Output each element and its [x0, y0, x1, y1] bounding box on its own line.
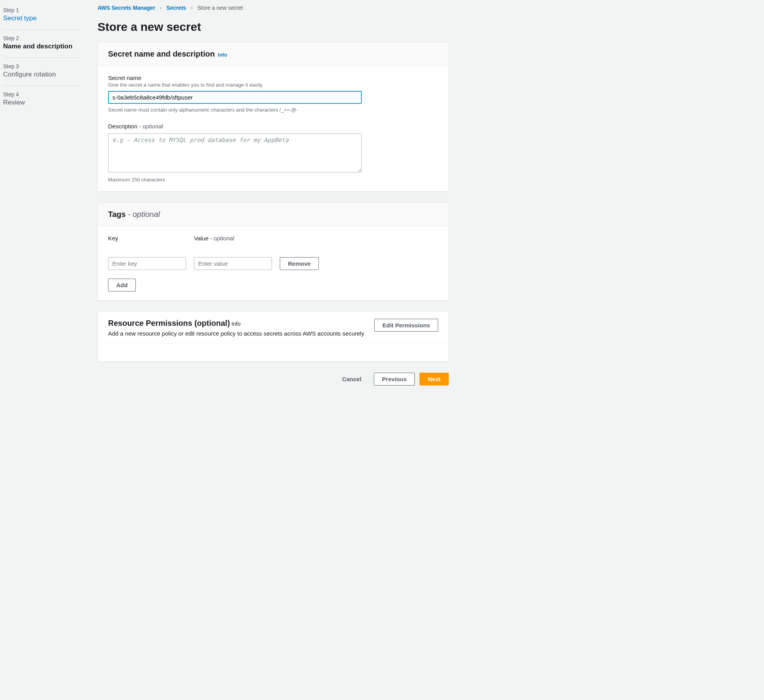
- tag-value-label: Value - optional: [194, 235, 272, 242]
- breadcrumb-root-link[interactable]: AWS Secrets Manager: [98, 5, 155, 11]
- step-title: Configure rotation: [3, 70, 80, 79]
- step-title: Name and description: [3, 42, 80, 51]
- breadcrumb-secrets-link[interactable]: Secrets: [167, 5, 187, 11]
- step-configure-rotation[interactable]: Step 3 Configure rotation: [3, 62, 80, 86]
- breadcrumb: AWS Secrets Manager › Secrets › Store a …: [98, 5, 449, 11]
- remove-tag-button[interactable]: Remove: [280, 257, 319, 270]
- chevron-right-icon: ›: [191, 5, 193, 11]
- panel-name-description: Secret name and description Info Secret …: [98, 42, 449, 192]
- add-tag-button[interactable]: Add: [108, 279, 136, 291]
- info-link[interactable]: Info: [218, 52, 227, 58]
- previous-button[interactable]: Previous: [374, 373, 415, 386]
- step-label: Step 4: [3, 91, 80, 98]
- secret-name-constraint: Secret name must contain only alphanumer…: [108, 107, 438, 113]
- next-button[interactable]: Next: [419, 373, 449, 386]
- cancel-button[interactable]: Cancel: [334, 373, 369, 385]
- secret-name-help: Give the secret a name that enables you …: [108, 82, 438, 88]
- panel-resource-permissions: Resource Permissions (optional) Info Add…: [98, 311, 449, 362]
- tag-key-label: Key: [108, 235, 186, 242]
- panel-title: Secret name and description: [108, 50, 215, 58]
- step-title: Secret type: [3, 14, 80, 23]
- info-link[interactable]: Info: [231, 321, 240, 327]
- permissions-body: [98, 344, 448, 361]
- main-content: AWS Secrets Manager › Secrets › Store a …: [86, 0, 460, 700]
- breadcrumb-current: Store a new secret: [197, 5, 243, 11]
- wizard-footer: Cancel Previous Next: [98, 373, 449, 386]
- step-label: Step 3: [3, 63, 80, 69]
- step-label: Step 1: [3, 7, 80, 13]
- description-textarea[interactable]: [108, 133, 362, 172]
- panel-title: Tags - optional: [108, 210, 160, 219]
- field-secret-name: Secret name Give the secret a name that …: [108, 75, 438, 113]
- permissions-subtext: Add a new resource policy or edit resour…: [108, 330, 366, 337]
- secret-name-input[interactable]: [108, 91, 362, 104]
- step-title: Review: [3, 98, 80, 107]
- edit-permissions-button[interactable]: Edit Permissions: [374, 319, 438, 332]
- tag-value-input[interactable]: [194, 257, 272, 270]
- chevron-right-icon: ›: [160, 5, 162, 11]
- page-title: Store a new secret: [98, 20, 449, 34]
- secret-name-label: Secret name: [108, 75, 438, 81]
- tag-key-input[interactable]: [108, 257, 186, 270]
- step-name-description[interactable]: Step 2 Name and description: [3, 34, 80, 58]
- panel-title: Resource Permissions (optional): [108, 319, 230, 327]
- step-review[interactable]: Step 4 Review: [3, 90, 80, 114]
- field-description: Description - optional Maximum 250 chara…: [108, 123, 438, 183]
- step-secret-type[interactable]: Step 1 Secret type: [3, 5, 80, 30]
- step-label: Step 2: [3, 35, 80, 41]
- wizard-sidebar: Step 1 Secret type Step 2 Name and descr…: [0, 0, 86, 700]
- description-label: Description - optional: [108, 123, 438, 130]
- panel-tags: Tags - optional Key Value - optional: [98, 203, 449, 300]
- description-constraint: Maximum 250 characters: [108, 177, 438, 183]
